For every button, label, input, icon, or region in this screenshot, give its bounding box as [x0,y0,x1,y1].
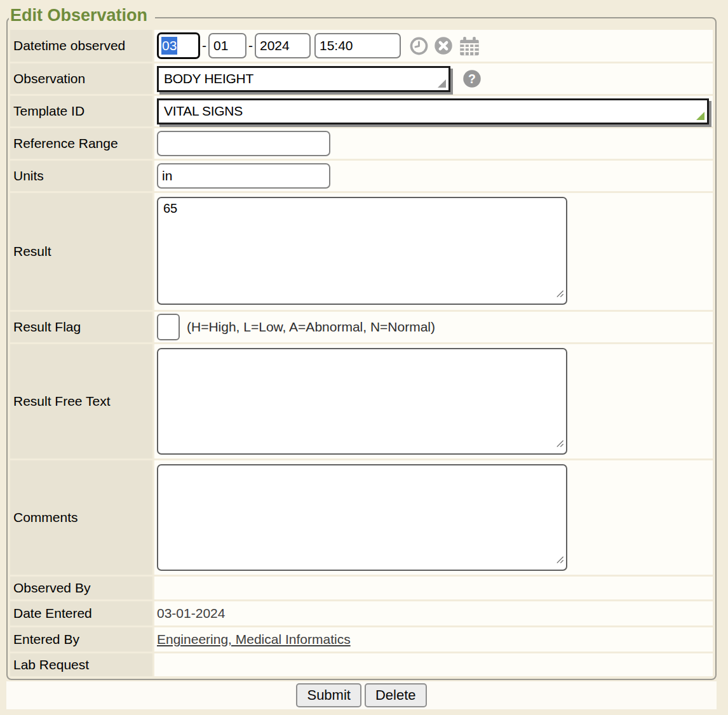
autocomplete-corner-icon [438,79,446,88]
row-result-free-text: Result Free Text [10,344,713,458]
calendar-icon[interactable] [459,36,480,56]
year-input[interactable] [255,33,311,58]
template-id-input[interactable] [157,98,709,124]
observed-by-value-cell [154,577,713,599]
row-template-id: Template ID [10,96,713,126]
result-flag-label: Result Flag [10,312,152,342]
observation-label: Observation [10,63,152,94]
date-separator: - [202,38,206,53]
result-flag-input[interactable] [157,314,180,340]
date-separator: - [248,38,253,53]
svg-text:?: ? [468,72,476,86]
result-flag-value-cell: (H=High, L=Low, A=Abnormal, N=Normal) [154,312,713,342]
result-free-text-label: Result Free Text [10,344,152,458]
delete-button[interactable]: Delete [365,683,427,707]
observation-input[interactable] [157,66,450,92]
entered-by-value-cell: Engineering, Medical Informatics [154,627,713,652]
result-textarea-wrap: 65 [157,197,567,305]
resize-grip-icon[interactable] [555,289,565,301]
row-observation: Observation ? [10,63,713,94]
resize-grip-icon[interactable] [555,555,565,567]
datetime-observed-value-cell: 03 - - [154,30,713,62]
entered-by-link[interactable]: Engineering, Medical Informatics [157,632,351,647]
clock-icon[interactable] [410,37,428,55]
question-icon[interactable]: ? [462,69,482,88]
form-actions: Submit Delete [6,681,717,709]
observation-value-cell: ? [154,63,713,94]
month-input[interactable]: 03 [157,32,200,59]
result-free-text-textarea-wrap [157,348,567,455]
row-date-entered: Date Entered 03-01-2024 [10,601,713,625]
entered-by-label: Entered By [10,627,152,652]
row-comments: Comments [10,460,713,575]
row-observed-by: Observed By [10,577,713,599]
date-entered-label: Date Entered [10,601,152,625]
reference-range-label: Reference Range [10,128,152,159]
row-units: Units [10,161,713,191]
comments-value-cell [154,460,713,575]
row-lab-request: Lab Request [10,653,713,676]
result-free-text-value-cell [154,344,713,458]
template-id-input-wrap [157,98,709,124]
result-value-cell: 65 [154,193,713,310]
template-id-value-cell [154,96,713,126]
units-label: Units [10,161,152,191]
result-label: Result [10,193,152,310]
datetime-observed-label: Datetime observed [10,30,152,62]
units-input[interactable] [157,163,330,189]
observed-by-label: Observed By [10,577,152,599]
form-rows: Datetime observed 03 - - [10,30,713,676]
resize-grip-icon[interactable] [555,439,565,451]
reference-range-input[interactable] [157,131,330,156]
datetime-icons [410,36,480,56]
result-flag-hint: (H=High, L=Low, A=Abnormal, N=Normal) [187,319,435,335]
autocomplete-corner-icon [696,112,704,120]
comments-textarea[interactable] [157,464,567,571]
time-input[interactable] [314,33,401,58]
clear-icon[interactable] [434,36,453,55]
template-id-label: Template ID [10,96,152,126]
row-result: Result 65 [10,193,713,310]
date-entered-value: 03-01-2024 [157,606,225,621]
reference-range-value-cell [154,128,713,159]
comments-label: Comments [10,460,152,575]
page-title: Edit Observation [9,5,155,25]
lab-request-value-cell [154,653,713,676]
units-value-cell [154,161,713,191]
result-textarea[interactable]: 65 [157,197,567,305]
month-selected-text: 03 [161,37,177,55]
row-result-flag: Result Flag (H=High, L=Low, A=Abnormal, … [10,312,713,342]
row-datetime-observed: Datetime observed 03 - - [10,30,713,62]
submit-button[interactable]: Submit [296,683,361,707]
day-input[interactable] [208,33,246,58]
date-entered-value-cell: 03-01-2024 [154,601,713,625]
row-reference-range: Reference Range [10,128,713,159]
lab-request-label: Lab Request [10,653,152,676]
row-entered-by: Entered By Engineering, Medical Informat… [10,627,713,652]
result-free-text-textarea[interactable] [157,348,567,455]
edit-observation-fieldset: Edit Observation Datetime observed 03 - … [6,17,717,680]
observation-input-wrap [157,66,450,92]
comments-textarea-wrap [157,464,567,571]
